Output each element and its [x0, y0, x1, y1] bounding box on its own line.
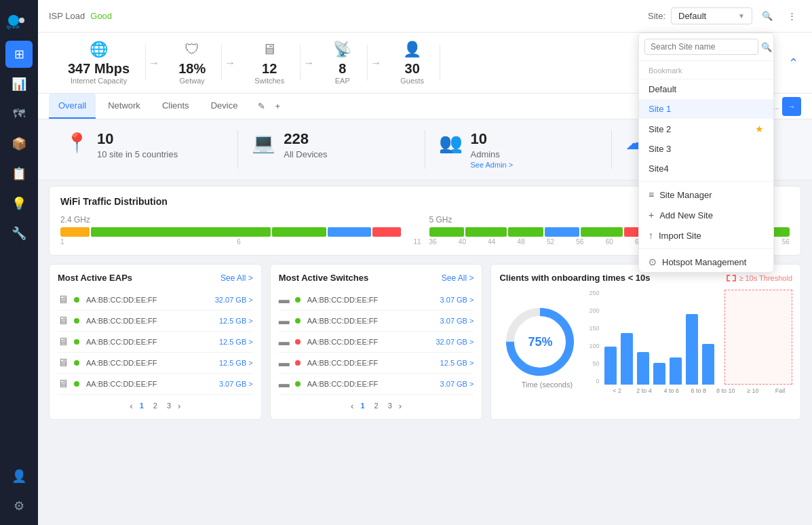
bars-container: < 2 2 to 4 4 to 6 6 to 8 8 to 10 ≥ 10 Fa…: [604, 290, 792, 394]
bar-item: [702, 344, 714, 385]
more-button[interactable]: ⋮: [782, 7, 801, 26]
segment: [91, 227, 271, 237]
prev-page-button[interactable]: ‹: [130, 401, 132, 411]
device-traffic[interactable]: 32.07 GB >: [436, 338, 473, 346]
device-traffic[interactable]: 3.07 GB >: [440, 317, 474, 325]
device-traffic[interactable]: 32.07 GB >: [215, 296, 253, 304]
chart-container: 75% Time (seconds) 250 200 150 100: [499, 290, 792, 394]
sidebar-item-insights[interactable]: 💡: [5, 190, 33, 217]
device-traffic[interactable]: 3.07 GB >: [219, 380, 253, 388]
sidebar-item-dashboard[interactable]: ⊞: [5, 41, 33, 68]
site-manager-icon: ≡: [649, 189, 654, 200]
sidebar-item-account[interactable]: 👤: [5, 463, 33, 490]
panel-switches-title: Most Active Switches: [279, 273, 368, 283]
svg-point-1: [19, 18, 24, 23]
guests-icon: 👤: [403, 41, 421, 58]
see-all-switches[interactable]: See All >: [442, 273, 474, 283]
internet-icon: 🌐: [90, 41, 108, 58]
device-traffic[interactable]: 12.5 GB >: [219, 359, 253, 367]
tab-network[interactable]: Network: [98, 94, 150, 119]
topbar: ISP Load Good Site: Default ▼ 🔍 ⋮: [38, 0, 812, 33]
add-tab-button[interactable]: +: [272, 100, 283, 113]
switch-device-icon-5: ▬: [279, 378, 290, 390]
site-label-default: Default: [649, 84, 676, 94]
sidebar-item-devices[interactable]: 📦: [5, 130, 33, 157]
page-btn-1[interactable]: 1: [137, 400, 147, 411]
devices-title: All Devices: [284, 149, 327, 159]
status-dot: [295, 360, 301, 366]
site-current-value: Default: [678, 11, 706, 21]
site-dropdown-button[interactable]: Default ▼: [671, 7, 752, 24]
stat-switches: 🖥 12 Switches: [238, 33, 301, 93]
page-btn-2[interactable]: 2: [372, 400, 381, 411]
page-btn-3[interactable]: 3: [385, 400, 395, 411]
bottom-panels: Most Active EAPs See All > 🖥 AA:BB:CC:DD…: [38, 264, 812, 431]
page-btn-2[interactable]: 2: [151, 400, 160, 411]
switch-device-icon-3: ▬: [279, 336, 290, 348]
sidebar-item-settings[interactable]: ⚙: [5, 492, 33, 520]
site-item-3[interactable]: Site 3: [639, 139, 773, 159]
bar-item: [686, 314, 698, 385]
device-mac: AA:BB:CC:DD:EE:FF: [307, 338, 431, 346]
site-item-2[interactable]: Site 2 ★: [639, 119, 773, 139]
device-traffic[interactable]: 12.5 GB >: [219, 338, 253, 346]
next-page-button[interactable]: ›: [178, 401, 180, 411]
arrow-4: →: [368, 57, 384, 69]
stat-value-switches: 12: [262, 61, 277, 77]
tab-clients[interactable]: Clients: [153, 94, 199, 119]
add-new-site-action[interactable]: + Add New Site: [639, 205, 773, 225]
stat-value-eap: 8: [339, 61, 346, 77]
arrow-3: →: [301, 57, 317, 69]
search-button[interactable]: 🔍: [758, 7, 777, 26]
edit-tab-button[interactable]: ✎: [255, 100, 268, 113]
topbar-left: ISP Load Good: [49, 11, 112, 21]
site-label: Site:: [648, 11, 665, 21]
site-item-4[interactable]: Site4: [639, 159, 773, 178]
device-traffic[interactable]: 3.07 GB >: [440, 296, 474, 304]
sidebar-item-maintenance[interactable]: 🔧: [5, 220, 33, 247]
next-page-button[interactable]: ›: [399, 401, 402, 411]
page-btn-3[interactable]: 3: [164, 400, 174, 411]
status-dot: [74, 360, 79, 366]
donut-chart: 75%: [499, 301, 581, 383]
device-traffic[interactable]: 3.07 GB >: [440, 380, 474, 388]
eap-device-icon-4: 🖥: [58, 357, 69, 369]
import-site-action[interactable]: ↑ Import Site: [639, 225, 773, 246]
site-item-1[interactable]: Site 1: [639, 99, 773, 119]
tab-device[interactable]: Device: [201, 94, 248, 119]
site-item-default[interactable]: Default: [639, 79, 773, 99]
sidebar-item-logs[interactable]: 📋: [5, 160, 33, 187]
list-item: ▬ AA:BB:CC:DD:EE:FF 3.07 GB >: [279, 374, 474, 395]
hotspot-action[interactable]: ⊙ Hotspot Management: [639, 252, 773, 272]
sidebar-item-statistics[interactable]: 📊: [5, 71, 33, 98]
see-all-eaps[interactable]: See All >: [220, 273, 253, 283]
site-search-input[interactable]: [644, 39, 758, 55]
segment: [545, 227, 579, 237]
wifi-band-24: 2.4 GHz 1 6 11: [60, 215, 421, 246]
getway-icon: 🛡: [185, 41, 199, 58]
tab-action-blue[interactable]: →: [782, 97, 801, 116]
admins-icon: 👥: [439, 132, 463, 154]
collapse-button[interactable]: ⌃: [788, 56, 798, 71]
device-traffic[interactable]: 12.5 GB >: [219, 317, 253, 325]
stat-value-internet: 347 Mbps: [68, 61, 130, 77]
device-traffic[interactable]: 12.5 GB >: [440, 359, 474, 367]
site-manager-action[interactable]: ≡ Site Manager: [639, 184, 773, 205]
bar: [653, 363, 665, 385]
bar-item: [621, 333, 633, 385]
page-btn-1[interactable]: 1: [357, 400, 367, 411]
status-dot: [295, 297, 301, 303]
status-dot: [295, 318, 301, 324]
donut-percentage: 75%: [528, 335, 552, 349]
sidebar-item-map[interactable]: 🗺: [5, 100, 33, 128]
site-label-3: Site 3: [649, 144, 671, 154]
threshold-label: ≥ 10s Threshold: [739, 274, 792, 282]
star-icon: ★: [755, 123, 764, 134]
tab-overall[interactable]: Overall: [49, 94, 96, 119]
see-admin-link[interactable]: See Admin >: [471, 161, 514, 169]
import-site-label: Import Site: [659, 231, 701, 241]
bar-chart-area: 250 200 150 100 50 0: [589, 290, 792, 394]
prev-page-button[interactable]: ‹: [351, 401, 353, 411]
switches-icon: 🖥: [262, 41, 277, 58]
switch-device-icon-2: ▬: [279, 315, 290, 327]
